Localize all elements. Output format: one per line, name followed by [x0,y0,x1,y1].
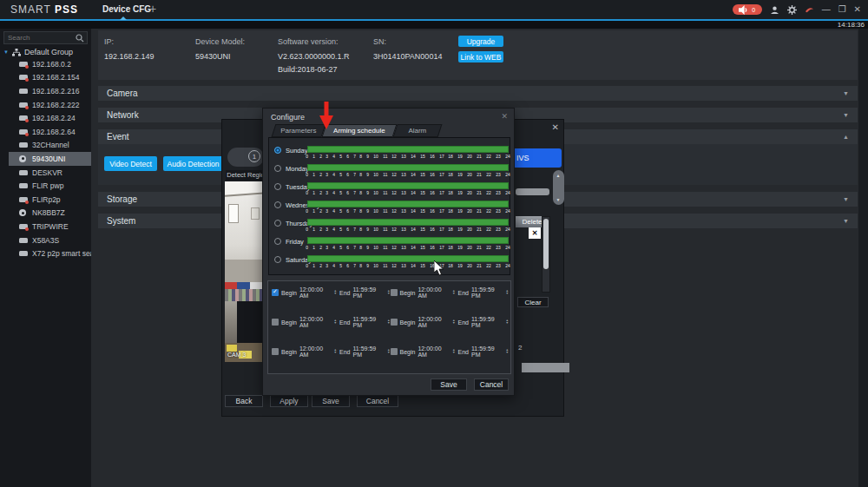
begin-time-input[interactable]: 12:00:00 AM ▲▼ [418,316,455,328]
device-list-item[interactable]: 192.168.2.222 [0,98,91,112]
cancel-button[interactable]: Cancel [357,395,398,407]
hour-tick: 2 [319,190,322,194]
close-icon[interactable]: ✕ [501,112,508,121]
end-time-input[interactable]: 11:59:59 PM ▲▼ [353,316,391,328]
armed-timeline-bar[interactable] [307,219,509,226]
link-to-web-button[interactable]: Link to WEB [458,51,503,63]
clear-button[interactable]: Clear [517,297,549,307]
armed-timeline-bar[interactable] [307,237,509,244]
device-list-item[interactable]: NK8BB7Z [0,207,91,220]
device-list-item[interactable]: 192.168.2.154 [0,71,91,85]
end-time-input[interactable]: 11:59:59 PM ▲▼ [353,346,391,358]
search-input[interactable] [4,34,76,42]
armed-timeline-bar[interactable] [307,255,509,262]
device-list-item[interactable]: DESKVR [0,166,91,180]
alarm-counter-pill[interactable]: 0 [733,4,762,15]
apply-button[interactable]: Apply [270,395,308,407]
period-checkbox[interactable] [391,348,398,355]
day-radio[interactable] [274,165,281,172]
dialog-cancel-button[interactable]: Cancel [474,378,509,391]
device-list-item[interactable]: FLIR pwp [0,179,91,193]
gear-icon[interactable] [787,5,797,15]
spinner-arrows[interactable]: ▲▼ [452,349,456,354]
weekly-schedule-box: Sunday 012345678910111213141516171819202… [268,137,510,275]
search-icon[interactable] [76,34,84,43]
begin-time-input[interactable]: 12:00:00 AM ▲▼ [299,346,337,358]
expander-icon[interactable]: ▼ [3,49,9,55]
day-radio[interactable] [274,201,281,208]
day-schedule-row: Thursday 0123456789101112131415161718192… [269,217,511,235]
hour-tick: 10 [373,154,378,158]
device-list-item[interactable]: 192.168.0.2 [0,57,91,71]
end-time-input[interactable]: 11:59:59 PM ▲▼ [471,346,509,358]
audio-detection-button[interactable]: Audio Detection [163,156,223,171]
end-time-input[interactable]: 11:59:59 PM ▲▼ [353,286,391,299]
dialog-save-button[interactable]: Save [431,378,467,391]
minimize-button[interactable]: — [822,5,831,14]
list-scrollbar[interactable] [542,216,550,293]
close-button[interactable]: ✕ [854,5,861,14]
begin-time-input[interactable]: 12:00:00 AM ▲▼ [299,316,337,328]
day-schedule-row: Wednesday 012345678910111213141516171819… [269,199,511,217]
delete-row-icon[interactable]: ✕ [529,227,541,239]
vertical-scrollbar[interactable] [553,170,564,205]
tab-alarm[interactable]: Alarm [393,124,443,137]
armed-timeline-bar[interactable] [307,201,509,207]
day-radio[interactable] [274,220,281,227]
spinner-arrows[interactable]: ▲▼ [333,319,337,325]
spinner-arrows[interactable]: ▲▼ [505,290,509,295]
armed-timeline-bar[interactable] [307,182,509,189]
device-list-item[interactable]: 192.168.2.24 [0,111,91,125]
begin-time-input[interactable]: 12:00:00 AM ▲▼ [418,346,455,358]
period-checkbox[interactable] [391,289,398,296]
day-radio[interactable] [274,238,281,245]
restore-button[interactable]: ❐ [838,5,846,14]
spinner-arrows[interactable]: ▲▼ [452,319,456,325]
video-detect-button[interactable]: Video Detect [104,156,157,171]
period-checkbox[interactable] [272,289,279,296]
user-icon[interactable] [770,5,779,15]
spinner-arrows[interactable]: ▲▼ [505,319,509,325]
save-button[interactable]: Save [312,395,350,407]
device-list-item[interactable]: 32CHannel [0,139,91,153]
tab-device-cfg[interactable]: Device CFG [102,4,151,14]
hour-tick: 14 [411,172,416,176]
back-button[interactable]: Back [225,395,263,407]
begin-time-input[interactable]: 12:00:00 AM ▲▼ [418,286,455,299]
armed-timeline-bar[interactable] [307,164,509,171]
close-icon[interactable]: ✕ [552,122,559,132]
day-radio[interactable] [274,183,281,190]
spinner-arrows[interactable]: ▲▼ [333,290,337,295]
section-camera[interactable]: Camera▼ [98,86,858,101]
end-time-input[interactable]: 11:59:59 PM ▲▼ [471,316,509,328]
end-time-input[interactable]: 11:59:59 PM ▲▼ [471,286,509,299]
scroll-thumb[interactable] [543,219,549,269]
search-box[interactable] [3,31,88,44]
spinner-arrows[interactable]: ▲▼ [505,349,509,354]
period-checkbox[interactable] [272,319,279,326]
device-list-item[interactable]: 59430UNI [9,152,91,166]
begin-time-input[interactable]: 12:00:00 AM ▲▼ [299,286,337,299]
new-tab-button[interactable]: + [149,2,156,16]
scrollbar-track[interactable] [858,29,868,487]
region-selector[interactable]: 1 [227,148,264,167]
device-list-item[interactable]: 192.168.2.64 [0,125,91,139]
spinner-arrows[interactable]: ▲▼ [452,290,456,295]
day-radio[interactable] [274,256,281,263]
region-1-badge[interactable]: 1 [248,150,260,162]
device-list-item[interactable]: FLIRp2p [0,193,91,207]
device-group[interactable]: ▼ Default Group [3,48,73,56]
period-checkbox[interactable] [391,319,398,326]
device-list-item[interactable]: 192.168.2.216 [0,84,91,98]
sensitivity-slider[interactable] [516,188,549,195]
spinner-arrows[interactable]: ▲▼ [333,349,337,354]
device-list-item[interactable]: TRIPWIRE [0,220,91,234]
device-list-item[interactable]: X58A3S [0,234,91,247]
armed-timeline-bar[interactable] [307,146,509,153]
day-radio[interactable] [274,147,281,154]
hour-tick: 1 [312,190,315,194]
upgrade-button[interactable]: Upgrade [458,36,503,47]
device-list-item[interactable]: X72 p2p smart searc [0,247,91,260]
period-checkbox[interactable] [272,348,279,355]
camera-preview[interactable]: CAM 3 [225,181,266,362]
